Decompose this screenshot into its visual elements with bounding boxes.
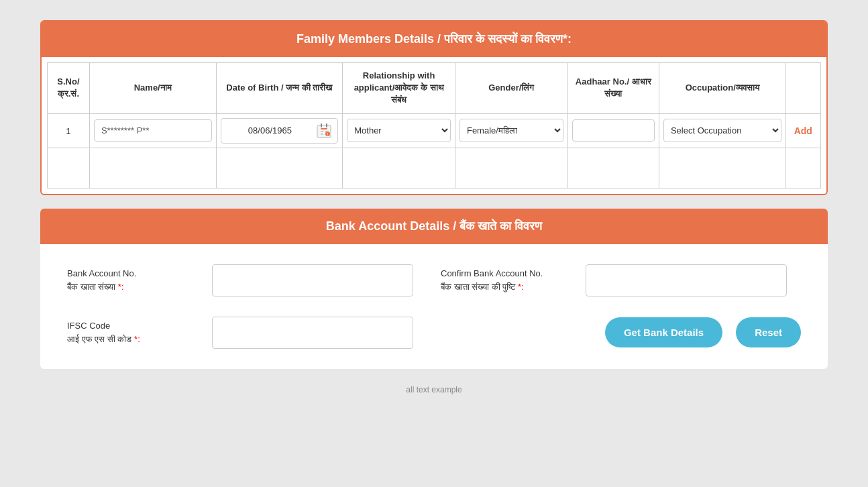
main-container: Family Members Details / परिवार के सदस्य… [40,20,828,394]
bank-account-row: Bank Account No. बैंक खाता संख्या *: Con… [67,264,801,296]
family-section-required: *: [563,32,572,46]
bank-action-buttons: Get Bank Details Reset [605,317,801,347]
dob-date-cell: 08/06/1965 ! [221,118,339,144]
family-section-header: Family Members Details / परिवार के सदस्य… [42,21,826,57]
svg-rect-4 [321,133,323,135]
confirm-account-label-hi: बैंक खाता संख्या की पुष्टि *: [441,280,575,294]
cell-aadhaar [567,113,659,148]
ifsc-input[interactable] [212,317,413,349]
confirm-account-required: *: [518,282,524,292]
aadhaar-input[interactable] [572,119,655,142]
ifsc-row: IFSC Code आई एफ एस सी कोड *: Get Bank De… [67,317,801,349]
cell-gender: Female/महिला Male/पुरुष Other/अन्य [455,113,567,148]
bank-section-header: Bank Account Details / बैंक खाते का विवर… [40,209,828,244]
col-dob: Date of Birth / जन्म की तारीख [216,63,343,114]
cell-sno: 1 [48,113,90,148]
footer-watermark: all text example [40,385,828,394]
cell-occupation: Select Occupation Farmer Business Servic… [659,113,785,148]
account-no-input[interactable] [212,264,413,296]
bank-content: Bank Account No. बैंक खाता संख्या *: Con… [40,244,828,369]
confirm-account-group: Confirm Bank Account No. बैंक खाता संख्य… [441,264,801,296]
cell-relationship: Mother Father Spouse Son Daughter Brothe… [343,113,455,148]
get-bank-details-button[interactable]: Get Bank Details [605,317,722,347]
col-add [785,63,820,114]
account-no-required: *: [118,282,124,292]
col-occupation: Occupation/व्यवसाय [659,63,785,114]
ifsc-label-hi: आई एफ एस सी कोड *: [67,333,201,346]
confirm-account-label: Confirm Bank Account No. बैंक खाता संख्य… [441,267,575,293]
family-table-wrapper: S.No/क्र.सं. Name/नाम Date of Birth / जन… [42,57,826,194]
family-members-section: Family Members Details / परिवार के सदस्य… [40,20,828,195]
add-button[interactable]: Add [792,123,815,139]
account-no-label-hi: बैंक खाता संख्या *: [67,280,201,294]
col-aadhaar: Aadhaar No./ आधार संख्या [567,63,659,114]
svg-rect-2 [321,131,323,132]
reset-button[interactable]: Reset [736,317,801,347]
cell-add: Add [785,113,820,148]
ifsc-label: IFSC Code आई एफ एस सी कोड *: [67,319,201,345]
occupation-dropdown[interactable]: Select Occupation Farmer Business Servic… [663,119,781,142]
gender-dropdown[interactable]: Female/महिला Male/पुरुष Other/अन्य [459,119,563,142]
col-gender: Gender/लिंग [455,63,567,114]
account-no-group: Bank Account No. बैंक खाता संख्या *: [67,264,427,296]
family-table: S.No/क्र.सं. Name/नाम Date of Birth / जन… [47,62,821,188]
account-no-label: Bank Account No. बैंक खाता संख्या *: [67,267,201,293]
col-relationship: Relationship with applicant/आवेदक के साथ… [343,63,455,114]
account-no-label-en: Bank Account No. [67,267,201,280]
calendar-icon[interactable]: ! [316,123,332,139]
relationship-dropdown[interactable]: Mother Father Spouse Son Daughter Brothe… [347,119,451,142]
confirm-account-input[interactable] [586,264,787,296]
name-input[interactable] [94,119,212,142]
cell-dob: 08/06/1965 ! [216,113,343,148]
col-name: Name/नाम [89,63,216,114]
col-sno: S.No/क्र.सं. [48,63,90,114]
table-row: 1 08/06/1965 [48,113,821,148]
ifsc-label-en: IFSC Code [67,319,201,333]
bank-account-section: Bank Account Details / बैंक खाते का विवर… [40,209,828,369]
dob-value: 08/06/1965 [227,125,314,136]
bank-section-title: Bank Account Details / बैंक खाते का विवर… [326,219,542,233]
ifsc-required: *: [134,334,140,344]
cell-name [89,113,216,148]
empty-row [48,148,821,188]
row-sno-value: 1 [66,126,70,136]
svg-rect-1 [321,128,327,129]
ifsc-group: IFSC Code आई एफ एस सी कोड *: [67,317,565,349]
table-header-row: S.No/क्र.सं. Name/नाम Date of Birth / जन… [48,63,821,114]
family-section-title: Family Members Details / परिवार के सदस्य… [296,32,563,46]
confirm-account-label-en: Confirm Bank Account No. [441,267,575,280]
